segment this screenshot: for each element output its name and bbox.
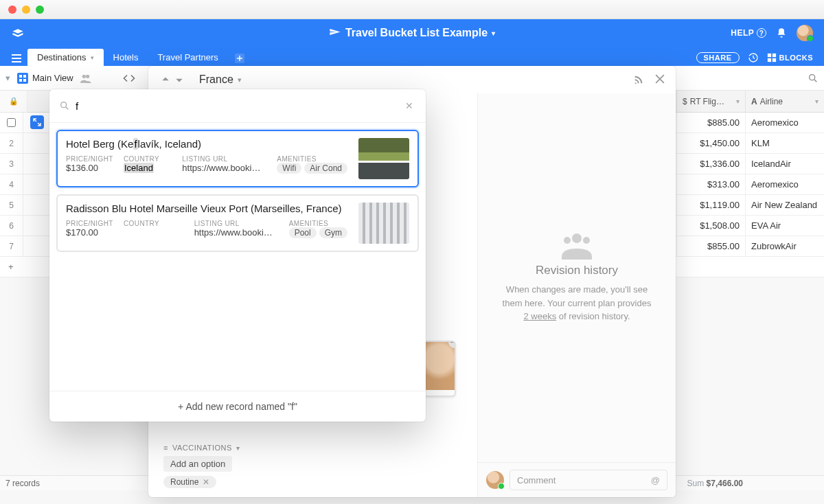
meta-value: WifiAir Cond bbox=[277, 163, 350, 174]
cell-airline[interactable]: KLM bbox=[745, 133, 824, 153]
cell-airline[interactable]: ZubrowkAir bbox=[745, 236, 824, 256]
comment-composer: Comment@ bbox=[478, 462, 676, 497]
svg-rect-1 bbox=[767, 54, 770, 57]
meta-value: $136.00 bbox=[66, 163, 111, 173]
rss-icon[interactable] bbox=[633, 74, 644, 85]
row-checkbox[interactable] bbox=[7, 118, 16, 127]
hamburger-icon[interactable] bbox=[5, 51, 27, 66]
sum-label: Sum bbox=[687, 479, 705, 488]
revision-title: Revision history bbox=[536, 264, 618, 277]
result-thumbnail bbox=[358, 138, 409, 179]
caret-down-icon[interactable]: ▾ bbox=[736, 98, 740, 105]
cell-rt[interactable]: $1,508.00 bbox=[676, 216, 745, 236]
search-icon bbox=[59, 100, 70, 111]
meta-value: PoolGym bbox=[289, 227, 350, 238]
person-photo bbox=[424, 342, 455, 390]
bell-icon[interactable] bbox=[776, 27, 787, 38]
next-record-button[interactable] bbox=[173, 73, 185, 86]
people-icon bbox=[558, 232, 596, 260]
cell-rt[interactable]: $1,450.00 bbox=[676, 133, 745, 153]
cell-rt[interactable]: $885.00 bbox=[676, 113, 745, 133]
tab-travel-partners[interactable]: Travel Partners bbox=[148, 49, 227, 66]
cell-airline[interactable]: EVA Air bbox=[745, 216, 824, 236]
blocks-button[interactable]: BLOCKS bbox=[767, 53, 813, 62]
meta-label: AMENITIES bbox=[277, 155, 350, 163]
caret-down-icon: ▾ bbox=[238, 76, 242, 84]
currency-icon: $ bbox=[683, 97, 687, 106]
close-record-button[interactable] bbox=[655, 74, 665, 85]
user-avatar[interactable] bbox=[797, 25, 813, 41]
cell-airline[interactable]: IcelandAir bbox=[745, 154, 824, 174]
meta-value: Iceland bbox=[124, 163, 170, 173]
views-menu-icon[interactable]: ▾ bbox=[5, 73, 10, 83]
meta-label: COUNTRY bbox=[124, 155, 170, 163]
base-title[interactable]: Travel Bucket List Example ▾ bbox=[329, 27, 495, 39]
code-icon[interactable] bbox=[123, 73, 135, 83]
prev-record-button[interactable] bbox=[159, 73, 172, 86]
help-link[interactable]: HELP ? bbox=[731, 28, 766, 38]
add-new-record-button[interactable]: + Add new record named "f" bbox=[49, 391, 426, 422]
caret-down-icon[interactable]: ▾ bbox=[815, 98, 819, 105]
sum-value: $7,466.00 bbox=[707, 479, 743, 488]
tab-hotels[interactable]: Hotels bbox=[104, 49, 148, 66]
cell-airline[interactable]: Aeromexico bbox=[745, 113, 824, 133]
meta-label: COUNTRY bbox=[124, 220, 182, 227]
cell-rt[interactable]: $1,119.00 bbox=[676, 195, 745, 215]
column-rt-flight[interactable]: $RT Flig…▾ bbox=[676, 91, 745, 112]
cell-rt[interactable]: $855.00 bbox=[676, 236, 745, 256]
cell-airline[interactable]: Air New Zealand bbox=[745, 195, 824, 215]
mention-icon[interactable]: @ bbox=[651, 475, 660, 485]
expand-record-button[interactable] bbox=[30, 115, 44, 129]
column-airline[interactable]: AAirline▾ bbox=[745, 91, 824, 112]
meta-label: LISTING URL bbox=[182, 155, 264, 163]
meta-label: PRICE/NIGHT bbox=[66, 155, 111, 163]
add-table-button[interactable] bbox=[228, 51, 251, 66]
window-minimize-icon[interactable] bbox=[22, 5, 30, 14]
text-icon: A bbox=[751, 97, 757, 106]
collaborators-icon[interactable] bbox=[80, 73, 91, 83]
record-count: 7 records bbox=[5, 479, 40, 488]
clear-search-button[interactable]: ✕ bbox=[402, 98, 416, 114]
record-search-input[interactable] bbox=[76, 100, 402, 112]
add-option-button[interactable]: Add an option bbox=[163, 456, 232, 472]
meta-label: AMENITIES bbox=[289, 220, 350, 227]
app-header: Travel Bucket List Example ▾ HELP ? bbox=[0, 19, 824, 47]
vaccination-chip[interactable]: Routine✕ bbox=[163, 476, 216, 488]
record-picker-results: Hotel Berg (Keflavík, Iceland) PRICE/NIG… bbox=[49, 123, 426, 391]
history-icon[interactable] bbox=[748, 52, 759, 63]
meta-label: LISTING URL bbox=[194, 220, 277, 227]
result-title: Radisson Blu Hotel Marseille Vieux Port … bbox=[66, 203, 350, 214]
tab-destinations[interactable]: Destinations▾ bbox=[27, 49, 104, 66]
caret-down-icon[interactable]: ▾ bbox=[236, 444, 240, 452]
cell-airline[interactable]: Aeromexico bbox=[745, 174, 824, 194]
record-title[interactable]: France▾ bbox=[199, 73, 242, 86]
svg-rect-3 bbox=[767, 58, 770, 62]
svg-point-9 bbox=[61, 102, 67, 108]
grid-view-icon bbox=[17, 73, 28, 84]
window-zoom-icon[interactable] bbox=[36, 5, 44, 14]
record-picker-popover: ✕ Hotel Berg (Keflavík, Iceland) PRICE/N… bbox=[49, 89, 426, 422]
cell-rt[interactable]: $313.00 bbox=[676, 174, 745, 194]
revision-history-empty: Revision history When changes are made, … bbox=[478, 93, 676, 462]
result-title: Hotel Berg (Keflavík, Iceland) bbox=[66, 138, 350, 150]
blocks-icon bbox=[767, 53, 777, 62]
comment-input[interactable]: Comment@ bbox=[510, 470, 667, 490]
svg-rect-2 bbox=[772, 54, 775, 57]
window-titlebar bbox=[0, 0, 824, 19]
table-tabs: Destinations▾ Hotels Travel Partners SHA… bbox=[0, 47, 824, 66]
meta-value: https://www.bookin… bbox=[182, 163, 264, 173]
lock-icon: 🔒 bbox=[0, 91, 27, 113]
meta-value: $170.00 bbox=[66, 227, 111, 238]
airplane-icon bbox=[329, 27, 341, 39]
picker-result-card[interactable]: Hotel Berg (Keflavík, Iceland) PRICE/NIG… bbox=[56, 130, 419, 187]
share-button[interactable]: SHARE bbox=[696, 52, 740, 63]
remove-chip-icon[interactable]: ✕ bbox=[203, 477, 209, 487]
linked-record-card[interactable]: — bbox=[423, 341, 456, 397]
grid-search-icon[interactable] bbox=[808, 73, 819, 84]
picker-result-card[interactable]: Radisson Blu Hotel Marseille Vieux Port … bbox=[56, 194, 419, 252]
multiselect-icon: ≡ bbox=[163, 444, 168, 452]
meta-label: PRICE/NIGHT bbox=[66, 220, 111, 227]
view-switcher[interactable]: Main View bbox=[17, 73, 73, 84]
window-close-icon[interactable] bbox=[8, 5, 16, 14]
cell-rt[interactable]: $1,336.00 bbox=[676, 154, 745, 174]
